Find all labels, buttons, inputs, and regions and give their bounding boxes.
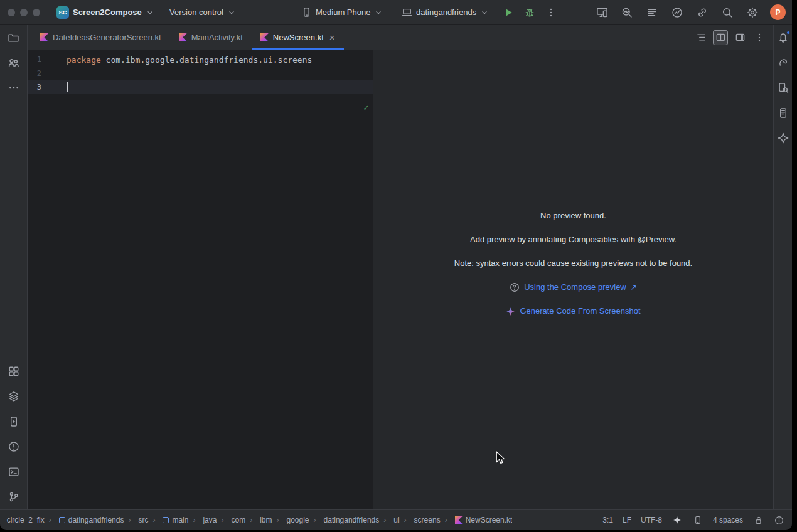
layers-icon	[8, 391, 19, 402]
design-view-button[interactable]	[732, 30, 747, 45]
breadcrumb-item[interactable]: _circle_2_fix	[3, 516, 45, 524]
breadcrumb-item[interactable]: com	[217, 516, 245, 524]
settings-button[interactable]	[745, 5, 760, 20]
generate-code-from-screenshot-link[interactable]: Generate Code From Screenshot	[506, 306, 640, 316]
kotlin-file-icon	[179, 33, 187, 41]
close-tab-icon[interactable]: ×	[329, 33, 335, 42]
project-logo: SC	[56, 6, 69, 19]
line-separator-widget[interactable]: LF	[623, 516, 631, 524]
running-devices-tool-button[interactable]	[6, 414, 21, 429]
breadcrumb-label: ui	[393, 516, 399, 524]
breadcrumb-item[interactable]: main	[148, 516, 188, 524]
indent-widget[interactable]: 4 spaces	[713, 516, 743, 524]
terminal-icon	[8, 466, 19, 477]
problems-tool-button[interactable]	[6, 439, 21, 454]
module-icon	[59, 517, 65, 523]
breadcrumb-item[interactable]: datingandfriends	[309, 516, 380, 524]
phone-icon	[301, 7, 312, 18]
compose-preview-panel: No preview found. Add preview by annotat…	[373, 50, 773, 509]
line-number[interactable]: 1	[28, 55, 41, 64]
code-text[interactable]: package com.ibm.google.datingandfriends.…	[41, 55, 312, 65]
code-editor[interactable]: 1 package com.ibm.google.datingandfriend…	[28, 50, 373, 509]
run-configuration-selector[interactable]: datingandfriends	[399, 4, 491, 21]
breadcrumb-item[interactable]: NewScreen.kt	[441, 516, 513, 524]
connected-device-button[interactable]	[692, 514, 703, 526]
breadcrumb-item[interactable]: google	[272, 516, 309, 524]
tab-newscreen[interactable]: NewScreen.kt ×	[252, 25, 344, 50]
device-explorer-tool-button[interactable]	[776, 105, 791, 120]
encoding-widget[interactable]: UTF-8	[641, 516, 662, 524]
breadcrumb-item[interactable]: src	[124, 516, 148, 524]
titlebar: SC Screen2Compose Version control Medium…	[0, 0, 792, 25]
kotlin-file-icon	[40, 33, 48, 41]
play-icon	[503, 7, 514, 18]
minimize-window-button[interactable]	[20, 9, 28, 16]
gemini-tool-button[interactable]	[776, 130, 791, 146]
more-actions-button[interactable]	[543, 5, 559, 20]
more-toolwindows-button[interactable]	[6, 80, 21, 95]
chevron-down-icon	[146, 8, 154, 17]
project-switcher[interactable]: SC Screen2Compose	[54, 4, 157, 21]
logcat-button[interactable]	[645, 5, 660, 20]
version-control-menu[interactable]: Version control	[167, 4, 238, 21]
breadcrumb-label: src	[138, 516, 148, 524]
zoom-window-button[interactable]	[33, 9, 40, 16]
more-vertical-icon	[546, 8, 556, 18]
ai-assistant-status-button[interactable]	[671, 514, 683, 526]
code-token: com.ibm.google.datingandfriends.ui.scree…	[101, 55, 313, 65]
inspections-widget[interactable]	[773, 514, 784, 526]
build-variants-tool-button[interactable]	[6, 389, 21, 404]
breadcrumb-item[interactable]: datingandfriends	[45, 516, 124, 524]
device-selector[interactable]: Medium Phone	[299, 4, 385, 21]
breadcrumb-label: main	[172, 516, 188, 524]
breadcrumb-item[interactable]: java	[188, 516, 217, 524]
tab-dateideasgeneratorscreen[interactable]: DateIdeasGeneratorScreen.kt	[31, 25, 170, 50]
inspections-ok-icon[interactable]: ✓	[363, 103, 368, 112]
breadcrumb: _circle_2_fix datingandfriends src main …	[3, 516, 512, 524]
app-insights-button[interactable]	[670, 5, 685, 20]
breadcrumb-label: datingandfriends	[324, 516, 380, 524]
breadcrumb-item[interactable]: screens	[400, 516, 441, 524]
code-text[interactable]	[41, 82, 68, 92]
unlock-icon	[754, 516, 763, 525]
left-toolwindow-bar	[0, 25, 28, 509]
code-view-button[interactable]	[693, 30, 709, 45]
line-number[interactable]: 3	[28, 83, 41, 92]
line-number[interactable]: 2	[28, 69, 41, 78]
version-control-tool-button[interactable]	[6, 489, 21, 504]
caret-position-widget[interactable]: 3:1	[602, 516, 613, 524]
layout-inspector-tool-button[interactable]	[776, 80, 791, 95]
tab-mainactivity[interactable]: MainActivity.kt	[170, 25, 252, 50]
pull-requests-tool-button[interactable]	[6, 55, 21, 70]
gradle-icon	[778, 57, 789, 68]
user-avatar[interactable]: P	[770, 4, 786, 20]
notifications-button[interactable]	[776, 30, 791, 45]
project-tool-button[interactable]	[6, 30, 21, 45]
editor-options-button[interactable]	[752, 30, 767, 45]
link-icon	[697, 7, 708, 18]
profiler-button[interactable]	[619, 5, 634, 20]
run-button[interactable]	[501, 5, 516, 20]
breadcrumb-item[interactable]: ui	[379, 516, 399, 524]
search-icon	[722, 7, 733, 18]
statusbar: _circle_2_fix datingandfriends src main …	[0, 509, 792, 530]
tab-label: DateIdeasGeneratorScreen.kt	[53, 33, 161, 42]
resource-manager-tool-button[interactable]	[6, 364, 21, 379]
gradle-tool-button[interactable]	[776, 55, 791, 70]
search-everywhere-button[interactable]	[720, 5, 735, 20]
info-circle-icon	[774, 516, 784, 525]
device-mirroring-button[interactable]	[695, 5, 710, 20]
terminal-tool-button[interactable]	[6, 464, 21, 479]
code-line: 2	[28, 66, 373, 80]
kotlin-file-icon	[455, 516, 463, 524]
readonly-toggle[interactable]	[752, 514, 764, 526]
breadcrumb-item[interactable]: ibm	[245, 516, 272, 524]
device-manager-button[interactable]	[594, 5, 609, 20]
breadcrumb-label: ibm	[260, 516, 272, 524]
split-view-button[interactable]	[713, 30, 728, 45]
close-window-button[interactable]	[8, 9, 15, 16]
compose-preview-docs-link[interactable]: Using the Compose preview ↗	[510, 282, 637, 292]
device-manager-icon	[596, 6, 608, 18]
users-icon	[8, 57, 19, 69]
debug-button[interactable]	[522, 5, 537, 20]
